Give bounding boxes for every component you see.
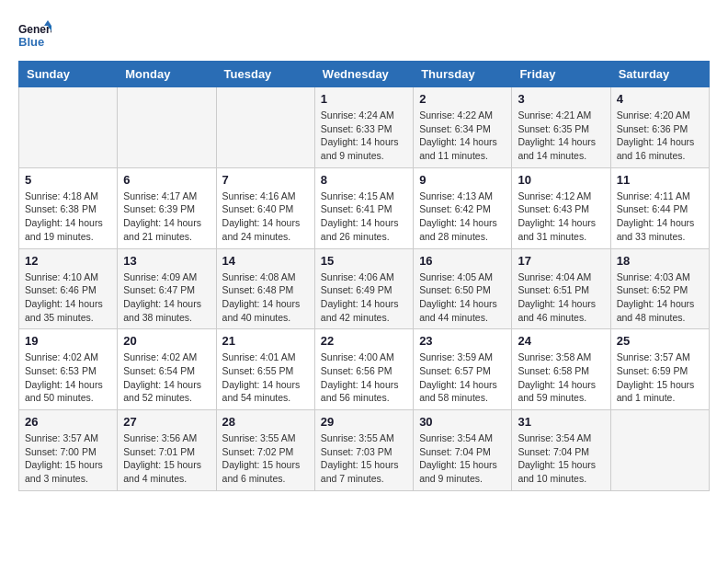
- day-info: Sunrise: 4:18 AMSunset: 6:38 PMDaylight:…: [25, 190, 111, 244]
- day-info: Sunrise: 4:02 AMSunset: 6:53 PMDaylight:…: [25, 350, 111, 405]
- day-info: Sunrise: 4:02 AMSunset: 6:54 PMDaylight:…: [123, 350, 210, 405]
- day-number: 20: [123, 334, 210, 348]
- calendar-cell: 14Sunrise: 4:08 AMSunset: 6:48 PMDayligh…: [216, 248, 314, 329]
- calendar-cell: 15Sunrise: 4:06 AMSunset: 6:49 PMDayligh…: [314, 248, 413, 329]
- day-number: 16: [419, 254, 506, 268]
- day-info: Sunrise: 4:01 AMSunset: 6:55 PMDaylight:…: [222, 350, 309, 405]
- day-number: 6: [123, 173, 210, 187]
- day-number: 7: [222, 173, 309, 187]
- calendar-cell: 6Sunrise: 4:17 AMSunset: 6:39 PMDaylight…: [118, 167, 216, 248]
- day-info: Sunrise: 3:59 AMSunset: 6:57 PMDaylight:…: [419, 350, 506, 405]
- day-info: Sunrise: 4:24 AMSunset: 6:33 PMDaylight:…: [321, 109, 407, 163]
- day-number: 30: [419, 415, 506, 429]
- calendar-cell: [216, 87, 314, 168]
- day-number: 26: [25, 415, 111, 429]
- day-number: 27: [123, 415, 210, 429]
- calendar-cell: 16Sunrise: 4:05 AMSunset: 6:50 PMDayligh…: [414, 248, 512, 329]
- calendar-week-row: 19Sunrise: 4:02 AMSunset: 6:53 PMDayligh…: [19, 329, 710, 410]
- calendar-cell: 29Sunrise: 3:55 AMSunset: 7:03 PMDayligh…: [314, 410, 413, 491]
- day-info: Sunrise: 4:08 AMSunset: 6:48 PMDaylight:…: [222, 270, 309, 325]
- day-info: Sunrise: 4:04 AMSunset: 6:51 PMDaylight:…: [518, 270, 604, 325]
- calendar-cell: [19, 87, 118, 168]
- weekday-header-wednesday: Wednesday: [314, 62, 413, 87]
- calendar-cell: 19Sunrise: 4:02 AMSunset: 6:53 PMDayligh…: [19, 329, 118, 410]
- calendar-week-row: 5Sunrise: 4:18 AMSunset: 6:38 PMDaylight…: [19, 167, 710, 248]
- day-info: Sunrise: 4:20 AMSunset: 6:36 PMDaylight:…: [617, 109, 703, 163]
- day-number: 4: [617, 92, 703, 106]
- logo: General Blue: [18, 18, 51, 52]
- weekday-header-thursday: Thursday: [414, 62, 512, 87]
- calendar-table: SundayMondayTuesdayWednesdayThursdayFrid…: [18, 61, 710, 491]
- day-info: Sunrise: 3:57 AMSunset: 7:00 PMDaylight:…: [25, 431, 111, 486]
- day-number: 18: [617, 254, 703, 268]
- day-number: 10: [518, 173, 604, 187]
- calendar-cell: 12Sunrise: 4:10 AMSunset: 6:46 PMDayligh…: [19, 248, 118, 329]
- day-info: Sunrise: 4:05 AMSunset: 6:50 PMDaylight:…: [419, 270, 506, 325]
- day-info: Sunrise: 4:09 AMSunset: 6:47 PMDaylight:…: [123, 270, 210, 325]
- day-number: 9: [419, 173, 506, 187]
- day-info: Sunrise: 4:17 AMSunset: 6:39 PMDaylight:…: [123, 190, 210, 244]
- weekday-header-friday: Friday: [512, 62, 610, 87]
- day-info: Sunrise: 4:00 AMSunset: 6:56 PMDaylight:…: [321, 350, 407, 405]
- day-number: 31: [518, 415, 604, 429]
- day-number: 15: [321, 254, 407, 268]
- day-number: 22: [321, 334, 407, 348]
- day-info: Sunrise: 4:22 AMSunset: 6:34 PMDaylight:…: [419, 109, 506, 163]
- day-info: Sunrise: 4:12 AMSunset: 6:43 PMDaylight:…: [518, 190, 604, 244]
- day-info: Sunrise: 3:55 AMSunset: 7:03 PMDaylight:…: [321, 431, 407, 486]
- weekday-header-tuesday: Tuesday: [216, 62, 314, 87]
- day-number: 23: [419, 334, 506, 348]
- calendar-cell: [118, 87, 216, 168]
- calendar-week-row: 26Sunrise: 3:57 AMSunset: 7:00 PMDayligh…: [19, 410, 710, 491]
- calendar-cell: 17Sunrise: 4:04 AMSunset: 6:51 PMDayligh…: [512, 248, 610, 329]
- weekday-header-saturday: Saturday: [610, 62, 709, 87]
- calendar-cell: 31Sunrise: 3:54 AMSunset: 7:04 PMDayligh…: [512, 410, 610, 491]
- day-info: Sunrise: 3:54 AMSunset: 7:04 PMDaylight:…: [518, 431, 604, 486]
- day-number: 5: [25, 173, 111, 187]
- calendar-cell: 18Sunrise: 4:03 AMSunset: 6:52 PMDayligh…: [610, 248, 709, 329]
- page-header: General Blue: [18, 18, 710, 52]
- day-number: 19: [25, 334, 111, 348]
- calendar-cell: 30Sunrise: 3:54 AMSunset: 7:04 PMDayligh…: [414, 410, 512, 491]
- day-number: 17: [518, 254, 604, 268]
- calendar-cell: 26Sunrise: 3:57 AMSunset: 7:00 PMDayligh…: [19, 410, 118, 491]
- day-number: 29: [321, 415, 407, 429]
- calendar-cell: 22Sunrise: 4:00 AMSunset: 6:56 PMDayligh…: [314, 329, 413, 410]
- day-info: Sunrise: 4:03 AMSunset: 6:52 PMDaylight:…: [617, 270, 703, 325]
- day-info: Sunrise: 3:58 AMSunset: 6:58 PMDaylight:…: [518, 350, 604, 405]
- calendar-cell: 13Sunrise: 4:09 AMSunset: 6:47 PMDayligh…: [118, 248, 216, 329]
- day-number: 1: [321, 92, 407, 106]
- calendar-cell: 8Sunrise: 4:15 AMSunset: 6:41 PMDaylight…: [314, 167, 413, 248]
- calendar-cell: 11Sunrise: 4:11 AMSunset: 6:44 PMDayligh…: [610, 167, 709, 248]
- day-number: 11: [617, 173, 703, 187]
- day-number: 2: [419, 92, 506, 106]
- calendar-week-row: 1Sunrise: 4:24 AMSunset: 6:33 PMDaylight…: [19, 87, 710, 168]
- calendar-cell: 23Sunrise: 3:59 AMSunset: 6:57 PMDayligh…: [414, 329, 512, 410]
- svg-text:Blue: Blue: [18, 35, 44, 49]
- logo-icon: General Blue: [18, 18, 51, 52]
- calendar-cell: 3Sunrise: 4:21 AMSunset: 6:35 PMDaylight…: [512, 87, 610, 168]
- day-number: 25: [617, 334, 703, 348]
- calendar-cell: 27Sunrise: 3:56 AMSunset: 7:01 PMDayligh…: [118, 410, 216, 491]
- day-info: Sunrise: 4:15 AMSunset: 6:41 PMDaylight:…: [321, 190, 407, 244]
- calendar-cell: 1Sunrise: 4:24 AMSunset: 6:33 PMDaylight…: [314, 87, 413, 168]
- weekday-header-monday: Monday: [118, 62, 216, 87]
- calendar-cell: 10Sunrise: 4:12 AMSunset: 6:43 PMDayligh…: [512, 167, 610, 248]
- day-info: Sunrise: 4:06 AMSunset: 6:49 PMDaylight:…: [321, 270, 407, 325]
- day-info: Sunrise: 3:54 AMSunset: 7:04 PMDaylight:…: [419, 431, 506, 486]
- calendar-cell: 5Sunrise: 4:18 AMSunset: 6:38 PMDaylight…: [19, 167, 118, 248]
- calendar-cell: 21Sunrise: 4:01 AMSunset: 6:55 PMDayligh…: [216, 329, 314, 410]
- day-number: 21: [222, 334, 309, 348]
- day-number: 24: [518, 334, 604, 348]
- day-info: Sunrise: 3:56 AMSunset: 7:01 PMDaylight:…: [123, 431, 210, 486]
- weekday-header-row: SundayMondayTuesdayWednesdayThursdayFrid…: [19, 62, 710, 87]
- day-number: 13: [123, 254, 210, 268]
- day-number: 28: [222, 415, 309, 429]
- day-number: 14: [222, 254, 309, 268]
- calendar-cell: [610, 410, 709, 491]
- calendar-week-row: 12Sunrise: 4:10 AMSunset: 6:46 PMDayligh…: [19, 248, 710, 329]
- day-number: 3: [518, 92, 604, 106]
- day-info: Sunrise: 3:57 AMSunset: 6:59 PMDaylight:…: [617, 350, 703, 405]
- calendar-cell: 25Sunrise: 3:57 AMSunset: 6:59 PMDayligh…: [610, 329, 709, 410]
- day-info: Sunrise: 4:13 AMSunset: 6:42 PMDaylight:…: [419, 190, 506, 244]
